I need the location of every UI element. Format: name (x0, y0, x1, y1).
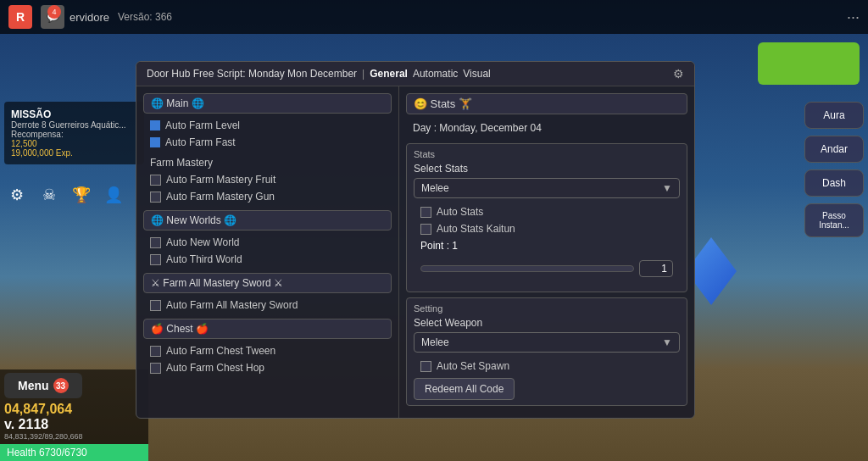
tab-visual[interactable]: Visual (463, 68, 490, 80)
blue-indicator-1 (150, 120, 160, 131)
cb-chest-hop[interactable] (150, 363, 161, 374)
mission-title: MISSÃO (11, 108, 137, 120)
auto-set-spawn-item[interactable]: Auto Set Spawn (414, 358, 680, 375)
auto-farm-fast-item: Auto Farm Fast (143, 134, 392, 151)
auto-third-world-label: Auto Third World (166, 253, 242, 265)
roblox-logo: R (8, 5, 32, 29)
panel-header-title: Door Hub Free Script: Monday Mon Decembe… (147, 68, 357, 80)
auto-stats-kaitun-label: Auto Stats Kaitun (437, 223, 515, 235)
tab-automatic[interactable]: Automatic (413, 68, 458, 80)
blue-indicator-2 (150, 137, 160, 147)
mission-recompensa: Recompensa: (11, 130, 137, 139)
toolbar-icons: ⚙ ☠ 🏆 👤 (4, 182, 126, 208)
auto-stats-label: Auto Stats (437, 206, 483, 218)
mission-subtitle: Derrote 8 Guerreiros Aquátic... (11, 120, 137, 130)
chest-section-header: 🍎 Chest 🍎 (143, 319, 392, 339)
point-input[interactable] (639, 260, 673, 277)
sword-section-header: ⚔ Farm All Mastery Sword ⚔ (143, 273, 392, 293)
auto-farm-chest-tween-item[interactable]: Auto Farm Chest Tween (143, 342, 392, 359)
sword-section-label: ⚔ Farm All Mastery Sword ⚔ (151, 277, 283, 289)
farm-mastery-label: Farm Mastery (143, 154, 392, 171)
cb-auto-stats[interactable] (420, 207, 431, 218)
auto-farm-chest-tween-label: Auto Farm Chest Tween (166, 345, 275, 357)
panel-body: 🌐 Main 🌐 Auto Farm Level Auto Farm Fast … (136, 86, 694, 418)
auto-farm-fast-label: Auto Farm Fast (165, 136, 236, 148)
main-section-header: 🌐 Main 🌐 (143, 93, 392, 114)
select-weapon-label: Select Weapon (414, 317, 680, 329)
stats-section-header: 😊 Stats 🏋 (406, 93, 687, 114)
mission-gold: 12,500 (11, 139, 137, 148)
redeem-all-code-button[interactable]: Redeem All Code (414, 378, 515, 400)
aura-button[interactable]: Aura (804, 102, 864, 129)
select-stats-label: Select Stats (414, 163, 680, 175)
auto-farm-chest-hop-item[interactable]: Auto Farm Chest Hop (143, 359, 392, 376)
cb-third-world[interactable] (150, 254, 161, 265)
green-accent-decoration (758, 42, 860, 85)
cb-chest-tween[interactable] (150, 346, 161, 357)
andar-button[interactable]: Andar (804, 136, 864, 163)
cb-mastery-gun[interactable] (150, 192, 161, 203)
version-text: Versão: 366 (118, 11, 172, 23)
level-info: v. 2118 (4, 417, 144, 432)
passo-button[interactable]: PassoInstan... (804, 203, 864, 237)
left-column: 🌐 Main 🌐 Auto Farm Level Auto Farm Fast … (136, 86, 399, 418)
left-ui: MISSÃO Derrote 8 Guerreiros Aquátic... R… (0, 34, 144, 164)
weapon-dropdown[interactable]: Melee ▼ (414, 332, 680, 353)
bottom-left-ui: Menu 33 04,847,064 v. 2118 84,831,392/89… (0, 369, 148, 461)
mission-exp: 19,000,000 Exp. (11, 148, 137, 158)
stats-header-label: 😊 Stats 🏋 (414, 97, 472, 110)
stats-dropdown[interactable]: Melee ▼ (414, 178, 680, 198)
right-buttons: Aura Andar Dash PassoInstan... (804, 102, 864, 237)
chat-badge: 4 (47, 5, 61, 19)
auto-farm-mastery-fruit-item[interactable]: Auto Farm Mastery Fruit (143, 171, 392, 188)
gold-amount: 04,847,064 (4, 402, 144, 417)
right-column: 😊 Stats 🏋 Day : Monday, December 04 Stat… (399, 86, 694, 418)
menu-button[interactable]: Menu 33 (4, 373, 82, 398)
dash-button[interactable]: Dash (804, 169, 864, 197)
new-worlds-section-label: 🌐 New Worlds 🌐 (151, 214, 236, 226)
auto-new-world-item[interactable]: Auto New World (143, 234, 392, 251)
tab-general[interactable]: General (370, 68, 408, 80)
auto-farm-mastery-gun-label: Auto Farm Mastery Gun (166, 191, 275, 203)
top-bar: R 💬 4 ervidore Versão: 366 ··· (0, 0, 868, 34)
auto-farm-level-item: Auto Farm Level (143, 117, 392, 134)
stats-subsection-title: Stats (414, 149, 680, 159)
mission-box: MISSÃO Derrote 8 Guerreiros Aquátic... R… (4, 102, 144, 164)
main-section-label: 🌐 Main 🌐 (151, 97, 204, 109)
skull-icon[interactable]: ☠ (36, 182, 62, 208)
character-icon[interactable]: 👤 (101, 182, 126, 208)
settings-icon[interactable]: ⚙ (4, 182, 30, 208)
trophy-icon[interactable]: 🏆 (69, 182, 94, 208)
server-name: ervidore (70, 11, 109, 24)
auto-farm-mastery-fruit-label: Auto Farm Mastery Fruit (166, 174, 275, 186)
cb-mastery-fruit[interactable] (150, 175, 161, 186)
auto-farm-all-mastery-sword-label: Auto Farm All Mastery Sword (166, 299, 298, 311)
point-label: Point : 1 (420, 240, 458, 252)
stats-subsection: Stats Select Stats Melee ▼ Auto Stats Au… (406, 143, 687, 292)
auto-new-world-label: Auto New World (166, 236, 239, 248)
cb-auto-stats-kaitun[interactable] (420, 224, 431, 235)
auto-stats-kaitun-item[interactable]: Auto Stats Kaitun (414, 220, 680, 237)
auto-stats-item[interactable]: Auto Stats (414, 203, 680, 220)
panel-header: Door Hub Free Script: Monday Mon Decembe… (136, 62, 694, 86)
auto-farm-level-label: Auto Farm Level (165, 119, 240, 131)
stats-dropdown-value: Melee (421, 182, 449, 194)
cb-mastery-sword[interactable] (150, 300, 161, 311)
cb-auto-set-spawn[interactable] (420, 361, 431, 372)
auto-farm-all-mastery-sword-item[interactable]: Auto Farm All Mastery Sword (143, 297, 392, 314)
more-options-button[interactable]: ··· (847, 8, 860, 26)
setting-subsection: Setting Select Weapon Melee ▼ Auto Set S… (406, 297, 687, 406)
weapon-dropdown-value: Melee (421, 336, 449, 348)
stats-dropdown-arrow: ▼ (662, 182, 672, 194)
auto-set-spawn-label: Auto Set Spawn (437, 360, 509, 372)
auto-farm-chest-hop-label: Auto Farm Chest Hop (166, 362, 264, 374)
health-bar: Health 6730/6730 (0, 444, 148, 461)
new-worlds-section-header: 🌐 New Worlds 🌐 (143, 210, 392, 230)
setting-title: Setting (414, 303, 680, 314)
point-slider[interactable] (420, 265, 634, 272)
cb-new-world[interactable] (150, 237, 161, 248)
auto-farm-mastery-gun-item[interactable]: Auto Farm Mastery Gun (143, 188, 392, 205)
settings-gear-icon[interactable]: ⚙ (673, 67, 684, 81)
auto-third-world-item[interactable]: Auto Third World (143, 251, 392, 268)
panel-divider: | (362, 68, 364, 80)
